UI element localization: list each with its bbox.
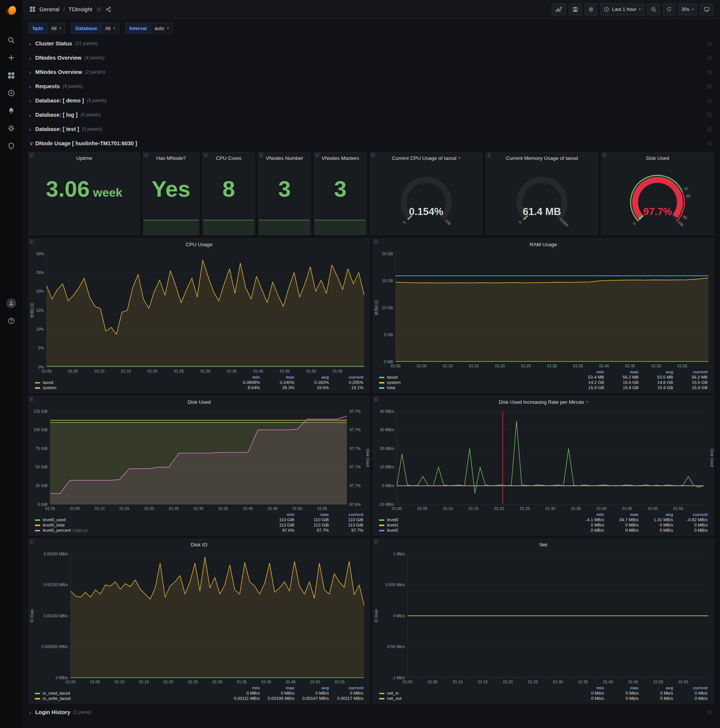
server-admin-shield-icon[interactable] [8, 142, 15, 150]
drag-handle-icon[interactable]: ⣿⣿ [706, 69, 712, 75]
legend-column-header[interactable]: min [571, 512, 606, 517]
panel-title[interactable]: Disk IO [29, 539, 369, 550]
row-header-database-test[interactable]: › Database: [ test ] (5 panels) ⣿⣿ [29, 124, 714, 135]
panel-title[interactable]: CPU Usage [29, 239, 369, 250]
legend-column-header[interactable]: max [606, 685, 640, 690]
legend-column-header[interactable]: max [261, 685, 296, 690]
help-icon[interactable] [8, 317, 15, 324]
legend-series-name[interactable]: io_write_taosd [43, 696, 70, 700]
zoom-out-time-button[interactable] [647, 3, 660, 15]
legend-series-name[interactable]: total [387, 385, 395, 390]
legend-column-header[interactable]: min [261, 512, 296, 517]
refresh-button[interactable] [663, 3, 675, 15]
row-header-requests[interactable]: › Requests (4 panels) ⣿⣿ [29, 81, 714, 92]
legend-column-header[interactable]: max [296, 512, 330, 517]
row-header-database-demo[interactable]: › Database: [ demo ] (5 panels) ⣿⣿ [29, 95, 714, 106]
row-header-cluster-status[interactable]: › Cluster Status (21 panels) ⣿⣿ [29, 38, 714, 49]
panel-title[interactable]: Disk Used Increasing Rate per Minute▾ [373, 396, 714, 408]
panel-info-icon[interactable]: i [143, 152, 149, 158]
legend-column-header[interactable]: avg [640, 512, 675, 517]
panel-menu-caret-icon[interactable]: ▾ [459, 156, 461, 160]
legend-series-name[interactable]: level0 [387, 517, 398, 522]
cycle-view-mode-button[interactable] [700, 3, 713, 15]
grafana-logo-icon[interactable] [5, 3, 18, 18]
row-header-dnodes-overview[interactable]: › DNodes Overview (4 panels) ⣿⣿ [29, 52, 714, 63]
legend-column-header[interactable]: current [675, 512, 709, 517]
row-header-login-history[interactable]: › Login History (1 panel) ⣿⣿ [29, 707, 714, 718]
variable-database[interactable]: Database All▾ [71, 23, 119, 34]
search-icon[interactable] [8, 37, 15, 44]
panel-title[interactable]: Current CPU Usage of taosd▾ [370, 152, 482, 164]
panel-info-icon[interactable]: i [373, 239, 379, 244]
panel-info-icon[interactable]: i [29, 239, 35, 244]
variable-interval[interactable]: Interval auto▾ [125, 23, 173, 34]
panel-title[interactable]: Has MNode? [143, 152, 199, 164]
share-icon[interactable] [105, 6, 111, 12]
drag-handle-icon[interactable]: ⣿⣿ [706, 84, 712, 89]
legend-series-name[interactable]: taosd [387, 375, 398, 379]
legend-column-header[interactable]: current [330, 685, 365, 690]
configuration-gear-icon[interactable] [8, 125, 15, 132]
panel-menu-caret-icon[interactable]: ▾ [586, 400, 588, 404]
legend-column-header[interactable]: max [606, 369, 640, 375]
panel-info-icon[interactable]: i [258, 152, 264, 158]
legend-series-name[interactable]: level1 [387, 523, 398, 527]
panel-info-icon[interactable]: i [29, 396, 35, 402]
create-plus-icon[interactable] [8, 54, 15, 61]
drag-handle-icon[interactable]: ⣿⣿ [706, 98, 712, 103]
breadcrumb-section[interactable]: General [40, 6, 59, 12]
legend-column-header[interactable]: avg [296, 685, 330, 690]
variable-fqdn[interactable]: fqdn All▾ [29, 23, 65, 34]
legend-column-header[interactable]: max [261, 375, 296, 380]
legend-series-name[interactable]: level0_percent [43, 528, 71, 532]
legend-column-header[interactable]: min [571, 369, 606, 375]
dashboard-settings-button[interactable] [585, 3, 597, 15]
panel-info-icon[interactable]: i [29, 152, 35, 158]
legend-series-name[interactable]: level0_used [43, 517, 66, 522]
drag-handle-icon[interactable]: ⣿⣿ [706, 710, 712, 715]
panel-title[interactable]: VNodes Number [258, 152, 311, 164]
legend-series-name[interactable]: system [43, 385, 56, 390]
panel-title[interactable]: CPU Cores [203, 152, 255, 164]
legend-column-header[interactable]: avg [640, 685, 675, 690]
save-dashboard-button[interactable] [569, 3, 582, 15]
panel-title[interactable]: Disk Used [601, 152, 714, 164]
legend-column-header[interactable]: avg [296, 375, 330, 380]
panel-info-icon[interactable]: i [486, 152, 492, 158]
legend-series-name[interactable]: level2 [387, 528, 398, 532]
user-avatar[interactable] [6, 298, 16, 308]
add-panel-button[interactable] [552, 3, 566, 15]
refresh-interval-picker[interactable]: 30s ▾ [678, 3, 697, 15]
panel-info-icon[interactable]: i [373, 539, 379, 544]
panel-info-icon[interactable]: i [203, 152, 209, 158]
legend-column-header[interactable]: current [330, 512, 365, 517]
panel-title[interactable]: Uptime [29, 152, 139, 164]
legend-series-name[interactable]: level0_total [43, 523, 64, 527]
legend-series-name[interactable]: net_out [387, 696, 401, 700]
panel-info-icon[interactable]: i [601, 152, 607, 158]
drag-handle-icon[interactable]: ⣿⣿ [706, 55, 712, 60]
panel-title[interactable]: VNodes Masters [314, 152, 366, 164]
legend-column-header[interactable]: max [606, 512, 640, 517]
panel-info-icon[interactable]: i [370, 152, 376, 158]
legend-column-header[interactable]: current [675, 685, 709, 690]
legend-series-name[interactable]: net_in [387, 691, 399, 695]
legend-series-name[interactable]: taosd [43, 380, 53, 385]
legend-column-header[interactable]: current [675, 369, 709, 375]
favorite-star-icon[interactable]: ☆ [96, 5, 102, 13]
drag-handle-icon[interactable]: ⣿⣿ [706, 127, 712, 132]
legend-column-header[interactable]: min [571, 685, 606, 690]
legend-column-header[interactable]: min [227, 685, 261, 690]
row-header-mnodes-overview[interactable]: › MNodes Overview (2 panels) ⣿⣿ [29, 66, 714, 78]
row-header-dnode-usage[interactable]: ∨ DNode Usage [ huolinhe-TM1701:6030 ] ⣿… [29, 138, 714, 149]
panel-title[interactable]: Net [373, 539, 714, 550]
legend-column-header[interactable]: current [330, 375, 365, 380]
panel-title[interactable]: Disk Used [29, 396, 369, 408]
legend-column-header[interactable]: avg [640, 369, 675, 375]
drag-handle-icon[interactable]: ⣿⣿ [706, 41, 712, 46]
panel-info-icon[interactable]: i [314, 152, 320, 158]
panel-title[interactable]: RAM Usage [373, 239, 714, 250]
panel-title[interactable]: Current Memory Usage of taosd [486, 152, 598, 164]
explore-compass-icon[interactable] [8, 89, 15, 97]
panel-info-icon[interactable]: i [29, 539, 35, 544]
